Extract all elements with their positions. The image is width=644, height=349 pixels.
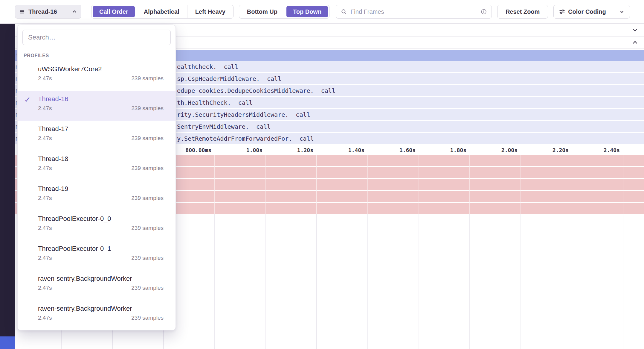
thread-samples: 239 samples [131, 255, 164, 261]
frame-label: y.SetRemoteAddrFromForwardedFor.__call__ [177, 133, 321, 144]
thread-name: Thread-16 [38, 95, 164, 104]
thread-duration: 2.47s [38, 105, 52, 112]
thread-item-meta: 2.47s 239 samples [38, 315, 164, 321]
frame-label: edupe_cookies.DedupeCookiesMiddleware.__… [177, 85, 343, 96]
axis-tick-label: 2.00s [501, 146, 518, 155]
direction-bottom-up-button[interactable]: Bottom Up [239, 5, 285, 18]
color-coding-label: Color Coding [568, 9, 616, 15]
chevron-up-icon[interactable] [632, 40, 638, 45]
thread-item-meta: 2.47s 239 samples [38, 75, 164, 82]
thread-list-item[interactable]: ✓ Thread-17 2.47s 239 samples [18, 121, 176, 151]
thread-name: raven-sentry.BackgroundWorker [38, 274, 164, 283]
thread-samples: 239 samples [131, 195, 164, 201]
thread-list-item[interactable]: ✓ Thread-18 2.47s 239 samples [18, 151, 176, 180]
thread-name: Thread-19 [38, 184, 164, 193]
frame-label: rity.SecurityHeadersMiddleware.__call__ [177, 109, 318, 120]
gridline-overlay [367, 155, 368, 214]
thread-name: Thread-18 [38, 154, 164, 163]
gridline-overlay [214, 155, 215, 214]
thread-name: Thread-17 [38, 125, 164, 133]
thread-item-meta: 2.47s 239 samples [38, 255, 164, 261]
profiling-flamegraph-app: Thread-16 Call Order Alphabetical Left H… [0, 0, 644, 349]
thread-duration: 2.47s [38, 255, 52, 261]
axis-tick-label: 2.20s [553, 146, 569, 155]
thread-duration: 2.47s [38, 315, 52, 321]
gridline-overlay [623, 155, 623, 214]
thread-list-item[interactable]: ✓ raven-sentry.BackgroundWorker 2.47s 23… [18, 270, 176, 300]
gridline-overlay [572, 155, 572, 214]
frame-label: sp.CspHeaderMiddleware.__call__ [177, 73, 289, 84]
thread-samples: 239 samples [131, 75, 164, 82]
thread-samples: 239 samples [131, 315, 164, 321]
checkmark-icon: ✓ [24, 95, 31, 104]
gridline-overlay [316, 155, 317, 214]
thread-item-meta: 2.47s 239 samples [38, 105, 164, 112]
thread-list-item[interactable]: ✓ uWSGIWorker7Core2 2.47s 239 samples [18, 61, 176, 91]
profiles-section-label: PROFILES [24, 53, 176, 58]
chevron-down-icon[interactable] [632, 27, 638, 33]
thread-duration: 2.47s [38, 225, 52, 231]
thread-item-meta: 2.47s 239 samples [38, 165, 164, 172]
sort-alphabetical-button[interactable]: Alphabetical [136, 5, 187, 18]
thread-samples: 239 samples [131, 105, 164, 112]
direction-group: Bottom Up Top Down [239, 5, 329, 19]
thread-duration: 2.47s [38, 165, 52, 172]
thread-name: raven-sentry.BackgroundWorker [38, 304, 164, 313]
thread-name: ThreadPoolExecutor-0_1 [38, 244, 164, 253]
thread-name: uWSGIWorker7Core2 [38, 65, 164, 74]
thread-duration: 2.47s [38, 135, 52, 142]
gridline-overlay [469, 155, 470, 214]
thread-list-item[interactable]: ✓ Thread-16 2.47s 239 samples [18, 91, 176, 121]
list-icon [19, 9, 25, 14]
axis-tick-label: 2.40s [604, 146, 620, 155]
thread-item-meta: 2.47s 239 samples [38, 195, 164, 201]
thread-duration: 2.47s [38, 195, 52, 201]
thread-list-item[interactable]: ✓ ThreadPoolExecutor-0_0 2.47s 239 sampl… [18, 210, 176, 240]
thread-samples: 239 samples [131, 165, 164, 172]
sort-order-group: Call Order Alphabetical Left Heavy [91, 5, 234, 19]
thread-selector-label: Thread-16 [28, 9, 68, 15]
thread-list-item[interactable]: ✓ Thread-19 2.47s 239 samples [18, 180, 176, 210]
dropdown-search-input[interactable] [28, 33, 166, 42]
thread-list: ✓ uWSGIWorker7Core2 2.47s 239 samples ✓ … [18, 61, 176, 330]
direction-top-down-button[interactable]: Top Down [286, 6, 328, 17]
thread-list-item[interactable]: ✓ raven-sentry.BackgroundWorker 2.47s 23… [18, 300, 176, 330]
thread-list-item[interactable]: ✓ ThreadPoolExecutor-0_1 2.47s 239 sampl… [18, 240, 176, 270]
reset-zoom-button[interactable]: Reset Zoom [497, 5, 548, 19]
thread-dropdown-panel: PROFILES ✓ uWSGIWorker7Core2 2.47s 239 s… [17, 25, 176, 330]
thread-item-meta: 2.47s 239 samples [38, 135, 164, 142]
info-icon[interactable] [481, 9, 487, 15]
color-coding-button[interactable]: Color Coding [553, 5, 630, 19]
sliders-icon [559, 9, 565, 15]
chevron-up-icon [72, 9, 77, 14]
toolbar: Thread-16 Call Order Alphabetical Left H… [0, 0, 644, 24]
thread-duration: 2.47s [38, 285, 52, 291]
axis-tick-label: 1.00s [246, 146, 263, 155]
frame-label: ealthCheck.__call__ [177, 61, 245, 72]
axis-tick-label: 1.60s [399, 146, 416, 155]
search-icon [341, 9, 347, 15]
thread-samples: 239 samples [131, 285, 164, 291]
sort-call-order-button[interactable]: Call Order [93, 6, 135, 17]
thread-duration: 2.47s [38, 75, 52, 82]
thread-item-meta: 2.47s 239 samples [38, 225, 164, 231]
dropdown-search-box [22, 30, 171, 45]
frame-label: th.HealthCheck.__call__ [177, 97, 260, 108]
thread-item-meta: 2.47s 239 samples [38, 285, 164, 291]
thread-name: ThreadPoolExecutor-0_0 [38, 214, 164, 223]
axis-tick-label: 1.20s [297, 146, 313, 155]
find-frames-input[interactable] [350, 8, 478, 16]
sidebar-active-item[interactable] [0, 336, 15, 349]
frame-label: SentryEnvMiddleware.__call__ [177, 121, 278, 132]
thread-samples: 239 samples [131, 225, 164, 231]
sort-left-heavy-button[interactable]: Left Heavy [187, 5, 233, 18]
app-sidebar-strip [0, 24, 15, 349]
thread-samples: 239 samples [131, 135, 164, 142]
chevron-down-icon [619, 9, 624, 14]
gridline-overlay [521, 155, 521, 214]
thread-selector-button[interactable]: Thread-16 [15, 5, 81, 19]
axis-tick-label: 1.40s [348, 146, 364, 155]
axis-tick-label: 1.80s [450, 146, 466, 155]
find-frames-search [336, 5, 492, 19]
gridline-overlay [265, 155, 266, 214]
